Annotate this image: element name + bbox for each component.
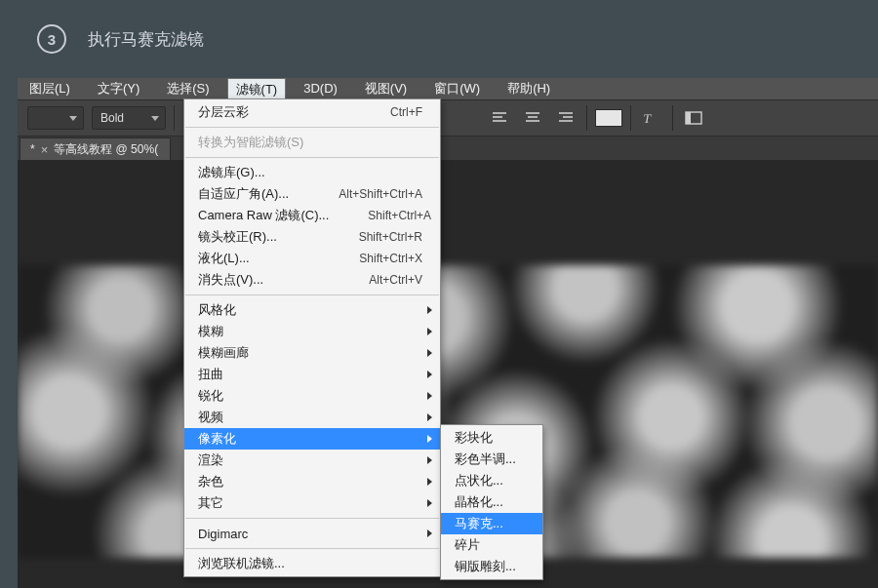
- menuitem-label: 铜版雕刻...: [455, 558, 525, 575]
- menuitem-label: 消失点(V)...: [198, 271, 330, 289]
- menuitem-render[interactable]: 渲染: [184, 450, 440, 471]
- submenu-pointillize[interactable]: 点状化...: [441, 470, 542, 491]
- menuitem-other[interactable]: 其它: [184, 492, 440, 514]
- menuitem-label: 彩块化: [455, 429, 525, 447]
- menu-separator: [185, 127, 439, 128]
- submenu-arrow-icon: [427, 499, 432, 507]
- menuitem-camera-raw[interactable]: Camera Raw 滤镜(C)... Shift+Ctrl+A: [184, 205, 440, 226]
- menu-filter[interactable]: 滤镜(T): [227, 78, 287, 100]
- menu-help[interactable]: 帮助(H): [498, 78, 560, 99]
- options-divider: [586, 105, 587, 131]
- menu-separator: [185, 518, 439, 519]
- submenu-arrow-icon: [427, 306, 432, 314]
- pixelate-submenu: 彩块化 彩色半调... 点状化... 晶格化... 马赛克... 碎片 铜版雕刻…: [440, 424, 543, 580]
- step-number-badge: 3: [37, 24, 66, 54]
- submenu-mosaic[interactable]: 马赛克...: [441, 513, 542, 534]
- menu-select[interactable]: 选择(S): [157, 78, 219, 99]
- menuitem-label: 浏览联机滤镜...: [198, 555, 422, 572]
- menuitem-label: Camera Raw 滤镜(C)...: [198, 207, 329, 224]
- menuitem-label: 镜头校正(R)...: [198, 228, 320, 246]
- chevron-down-icon: [69, 116, 77, 121]
- menuitem-shortcut: Alt+Ctrl+V: [369, 273, 422, 287]
- submenu-crystallize[interactable]: 晶格化...: [441, 491, 542, 513]
- chevron-down-icon: [151, 116, 159, 121]
- menu-3d[interactable]: 3D(D): [294, 78, 347, 99]
- menuitem-convert-smart: 转换为智能滤镜(S): [184, 132, 440, 153]
- canvas-pasteboard: [18, 158, 878, 265]
- submenu-arrow-icon: [427, 349, 432, 357]
- svg-text:T: T: [643, 111, 653, 126]
- menuitem-vanishing[interactable]: 消失点(V)... Alt+Ctrl+V: [184, 269, 440, 291]
- menuitem-label: 液化(L)...: [198, 250, 320, 267]
- svg-rect-13: [686, 112, 691, 124]
- menuitem-label: Digimarc: [198, 527, 422, 541]
- step-title: 执行马赛克滤镜: [88, 28, 204, 51]
- menuitem-noise[interactable]: 杂色: [184, 471, 440, 492]
- menuitem-digimarc[interactable]: Digimarc: [184, 523, 440, 544]
- document-title: 等高线教程 @ 50%(: [54, 141, 158, 158]
- align-right-icon[interactable]: [553, 105, 579, 131]
- menuitem-label: 自适应广角(A)...: [198, 185, 299, 203]
- menu-type[interactable]: 文字(Y): [88, 78, 149, 99]
- options-divider: [174, 105, 175, 131]
- menuitem-filter-gallery[interactable]: 滤镜库(G)...: [184, 162, 440, 183]
- menuitem-stylize[interactable]: 风格化: [184, 299, 440, 321]
- font-family-dropdown[interactable]: [27, 106, 84, 130]
- menuitem-distort[interactable]: 扭曲: [184, 364, 440, 385]
- text-color-swatch[interactable]: [595, 109, 622, 127]
- close-icon[interactable]: ×: [41, 142, 49, 157]
- menuitem-adaptive-wide[interactable]: 自适应广角(A)... Alt+Shift+Ctrl+A: [184, 183, 440, 205]
- submenu-mezzotint[interactable]: 铜版雕刻...: [441, 556, 542, 577]
- document-dirty-marker: *: [30, 142, 35, 156]
- menu-view[interactable]: 视图(V): [355, 78, 417, 99]
- font-weight-dropdown[interactable]: Bold: [92, 106, 166, 130]
- menuitem-label: 风格化: [198, 301, 422, 319]
- submenu-arrow-icon: [427, 478, 432, 486]
- menu-separator: [185, 548, 439, 549]
- menu-layer[interactable]: 图层(L): [20, 78, 80, 99]
- menuitem-sharpen[interactable]: 锐化: [184, 385, 440, 407]
- menu-separator: [185, 157, 439, 158]
- menuitem-blur-gallery[interactable]: 模糊画廊: [184, 342, 440, 364]
- options-divider: [672, 105, 673, 131]
- document-tab-bar: * × 等高线教程 @ 50%(: [18, 137, 878, 160]
- menuitem-label: 其它: [198, 494, 422, 512]
- menuitem-lens-correct[interactable]: 镜头校正(R)... Shift+Ctrl+R: [184, 226, 440, 248]
- panel-toggle-icon[interactable]: [681, 105, 706, 131]
- submenu-color-halftone[interactable]: 彩块化: [441, 427, 542, 449]
- menuitem-label: 碎片: [455, 536, 525, 554]
- menuitem-label: 分层云彩: [198, 103, 351, 121]
- submenu-arrow-icon: [427, 435, 432, 443]
- menuitem-browse-online[interactable]: 浏览联机滤镜...: [184, 553, 440, 574]
- document-tab[interactable]: * × 等高线教程 @ 50%(: [20, 137, 171, 160]
- menuitem-label: 像素化: [198, 430, 422, 448]
- menubar: 图层(L) 文字(Y) 选择(S) 滤镜(T) 3D(D) 视图(V) 窗口(W…: [18, 78, 878, 99]
- menuitem-label: 渲染: [198, 451, 422, 469]
- menuitem-label: 点状化...: [455, 472, 525, 490]
- submenu-color-halftone2[interactable]: 彩色半调...: [441, 449, 542, 470]
- menuitem-video[interactable]: 视频: [184, 407, 440, 428]
- menuitem-label: 杂色: [198, 473, 422, 490]
- menuitem-label: 扭曲: [198, 366, 422, 383]
- menuitem-shortcut: Ctrl+F: [390, 105, 422, 119]
- tutorial-step-banner: 3 执行马赛克滤镜: [0, 0, 878, 78]
- menuitem-pixelate[interactable]: 像素化: [184, 428, 440, 450]
- submenu-arrow-icon: [427, 413, 432, 421]
- warp-text-icon[interactable]: T: [639, 105, 664, 131]
- submenu-arrow-icon: [427, 529, 432, 537]
- menu-window[interactable]: 窗口(W): [424, 78, 490, 99]
- menuitem-liquify[interactable]: 液化(L)... Shift+Ctrl+X: [184, 248, 440, 269]
- menuitem-shortcut: Alt+Shift+Ctrl+A: [339, 187, 422, 201]
- align-center-icon[interactable]: [520, 105, 545, 131]
- menuitem-last-filter[interactable]: 分层云彩 Ctrl+F: [184, 101, 440, 123]
- menuitem-blur[interactable]: 模糊: [184, 321, 440, 342]
- menuitem-label: 转换为智能滤镜(S): [198, 134, 422, 151]
- menuitem-shortcut: Shift+Ctrl+R: [359, 230, 422, 244]
- submenu-fragment[interactable]: 碎片: [441, 534, 542, 556]
- align-left-icon[interactable]: [487, 105, 512, 131]
- menuitem-label: 视频: [198, 409, 422, 426]
- menuitem-shortcut: Shift+Ctrl+A: [368, 209, 431, 222]
- menuitem-label: 马赛克...: [455, 515, 525, 532]
- submenu-arrow-icon: [427, 371, 432, 378]
- menuitem-label: 模糊: [198, 323, 422, 340]
